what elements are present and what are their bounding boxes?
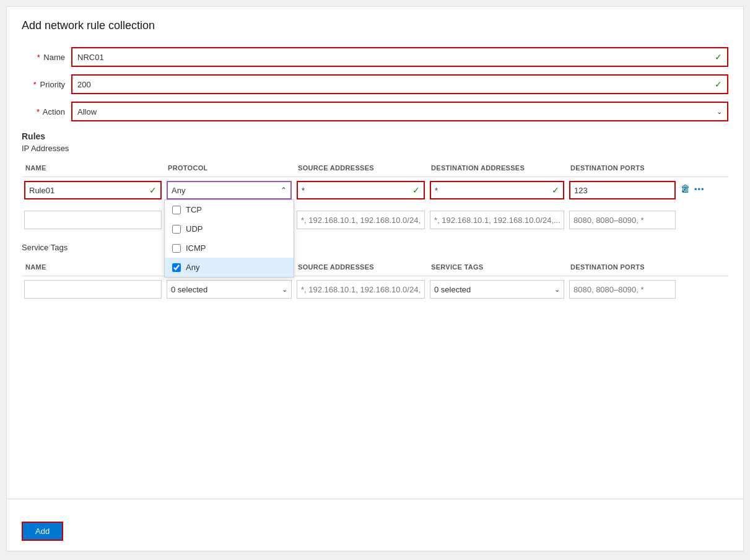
ip-table-row: ✓ Any ⌃ TCP UDP	[22, 177, 728, 203]
protocol-chevron-up-icon: ⌃	[281, 186, 287, 195]
protocol-option-any[interactable]: Any	[165, 258, 294, 277]
col-dest-addr: DESTINATION ADDRESSES	[427, 162, 567, 174]
service-tags-header: NAME PROTOCOL SOURCE ADDRESSES SERVICE T…	[22, 258, 728, 276]
st-protocol-value: 0 selected	[171, 285, 207, 294]
service-tags-label: Service Tags	[22, 243, 728, 252]
st-tags-chevron-icon: ⌄	[554, 286, 560, 294]
st-col-ports: DESTINATION PORTS	[567, 261, 678, 273]
rule-name-check-icon: ✓	[149, 185, 157, 195]
bottom-bar: Add	[7, 499, 743, 551]
ip-row-dest-cell: ✓	[427, 180, 567, 201]
protocol-dropdown[interactable]: Any ⌃	[167, 181, 292, 199]
protocol-option-tcp[interactable]: TCP	[165, 200, 294, 219]
tcp-checkbox[interactable]	[172, 206, 181, 214]
service-tags-row: 0 selected ⌄ 0 selected ⌄	[22, 276, 728, 302]
ip-row-protocol-cell: Any ⌃ TCP UDP ICMP	[164, 180, 294, 201]
udp-checkbox[interactable]	[172, 225, 181, 234]
ip-row-source-cell: ✓	[294, 180, 427, 201]
st-col-name: NAME	[22, 261, 164, 273]
col-dest-ports: DESTINATION PORTS	[567, 162, 678, 174]
col-source: SOURCE ADDRESSES	[294, 162, 427, 174]
protocol-option-icmp[interactable]: ICMP	[165, 238, 294, 258]
ip-row-source-input[interactable]	[302, 186, 410, 195]
action-chevron-icon: ⌄	[717, 108, 722, 116]
icmp-checkbox[interactable]	[172, 244, 181, 253]
ip-row-name-cell: ✓	[22, 180, 164, 201]
st-col-tags: SERVICE TAGS	[427, 261, 567, 273]
page-title: Add network rule collection	[22, 19, 728, 32]
ip-row-name-input[interactable]	[29, 186, 147, 195]
ip-empty-row	[22, 207, 728, 233]
tcp-label: TCP	[186, 205, 202, 214]
st-protocol-chevron-icon: ⌄	[282, 286, 287, 294]
ip-table-header: NAME PROTOCOL SOURCE ADDRESSES DESTINATI…	[22, 159, 728, 177]
service-tags-table: NAME PROTOCOL SOURCE ADDRESSES SERVICE T…	[22, 258, 728, 302]
name-check-icon: ✓	[715, 52, 722, 62]
st-protocol-dropdown[interactable]: 0 selected ⌄	[167, 280, 292, 299]
ip-empty-dest-input[interactable]	[430, 211, 564, 229]
ip-addresses-label: IP Addresses	[22, 144, 728, 153]
source-check-icon: ✓	[412, 185, 420, 195]
row-action-icons: 🗑 •••	[681, 181, 707, 195]
protocol-dropdown-popup: TCP UDP ICMP Any	[164, 199, 294, 278]
more-options-icon[interactable]: •••	[694, 185, 705, 194]
action-label: * Action	[22, 107, 71, 116]
rules-section-label: Rules	[22, 131, 728, 141]
st-name-input[interactable]	[24, 280, 162, 299]
priority-check-icon: ✓	[715, 79, 722, 89]
protocol-option-udp[interactable]: UDP	[165, 219, 294, 238]
priority-input[interactable]	[77, 80, 712, 89]
any-label: Any	[186, 263, 199, 272]
action-select[interactable]: Allow Deny	[77, 107, 717, 116]
ip-row-ports-cell: ✓	[567, 180, 678, 201]
any-checkbox[interactable]	[172, 263, 181, 272]
st-tags-value: 0 selected	[434, 285, 471, 294]
add-button[interactable]: Add	[22, 522, 63, 541]
ip-empty-ports-input[interactable]	[569, 211, 676, 229]
delete-row-icon[interactable]: 🗑	[681, 183, 691, 195]
col-name: NAME	[22, 162, 164, 174]
priority-label: * Priority	[22, 80, 71, 89]
name-label: * Name	[22, 53, 71, 62]
protocol-value: Any	[172, 186, 185, 195]
udp-label: UDP	[186, 224, 203, 234]
st-col-source: SOURCE ADDRESSES	[294, 261, 427, 273]
ip-row-ports-input[interactable]	[574, 186, 678, 195]
ip-row-dest-input[interactable]	[435, 186, 549, 195]
name-input[interactable]	[77, 53, 712, 62]
col-protocol: PROTOCOL	[164, 162, 294, 174]
icmp-label: ICMP	[186, 243, 206, 253]
ip-empty-source-input[interactable]	[297, 211, 425, 229]
st-tags-dropdown[interactable]: 0 selected ⌄	[430, 280, 564, 299]
dest-check-icon: ✓	[552, 185, 559, 195]
ip-table: NAME PROTOCOL SOURCE ADDRESSES DESTINATI…	[22, 159, 728, 233]
ip-empty-name-input[interactable]	[24, 211, 162, 229]
st-ports-input[interactable]	[569, 280, 676, 299]
st-source-input[interactable]	[297, 280, 425, 299]
ip-row-actions-cell: 🗑 •••	[678, 180, 709, 196]
